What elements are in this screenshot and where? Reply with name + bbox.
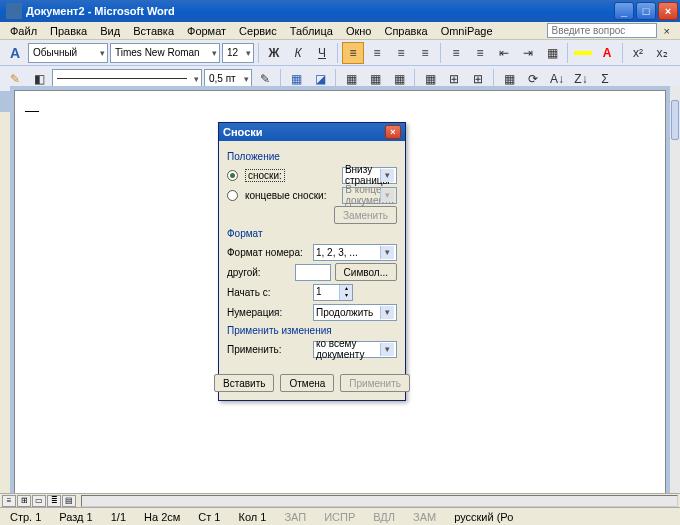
view-outline-icon[interactable]: ≣	[47, 495, 61, 507]
menu-file[interactable]: Файл	[4, 24, 43, 38]
word-icon	[6, 3, 22, 19]
close-button[interactable]: ×	[658, 2, 678, 20]
status-ovr: ЗАМ	[409, 511, 440, 523]
menu-help[interactable]: Справка	[378, 24, 433, 38]
label-numformat: Формат номера:	[227, 247, 309, 258]
statusbar: Стр. 1 Разд 1 1/1 На 2см Ст 1 Кол 1 ЗАП …	[0, 507, 680, 525]
align-left-button[interactable]: ≡	[342, 42, 364, 64]
label-numbering: Нумерация:	[227, 307, 309, 318]
footnote-location-select[interactable]: Внизу страницы	[342, 167, 397, 184]
radio-footnote[interactable]	[227, 170, 238, 181]
styles-pane-icon[interactable]: A	[4, 42, 26, 64]
bold-button[interactable]: Ж	[263, 42, 285, 64]
dialog-title: Сноски	[223, 126, 263, 138]
view-icons-row: ≡ ⊞ ▭ ≣ ▤	[0, 493, 680, 507]
horizontal-scrollbar[interactable]	[81, 495, 678, 507]
symbol-button[interactable]: Символ...	[335, 263, 397, 281]
decrease-indent-button[interactable]: ⇤	[493, 42, 515, 64]
status-rec: ЗАП	[280, 511, 310, 523]
doc-close-button[interactable]: ×	[658, 24, 676, 38]
status-at: На 2см	[140, 511, 184, 523]
footnotes-dialog: Сноски × Положение сноски: Внизу страниц…	[218, 122, 406, 401]
vertical-scrollbar[interactable]	[670, 86, 680, 493]
endnote-location-select: В конце документа	[342, 187, 397, 204]
insert-button[interactable]: Вставить	[214, 374, 274, 392]
section-apply: Применить изменения	[227, 325, 397, 336]
apply-to-select[interactable]: ко всему документу	[313, 341, 397, 358]
align-right-button[interactable]: ≡	[390, 42, 412, 64]
status-pages: 1/1	[107, 511, 130, 523]
menu-edit[interactable]: Правка	[44, 24, 93, 38]
superscript-button[interactable]: x²	[627, 42, 649, 64]
menubar: Файл Правка Вид Вставка Формат Сервис Та…	[0, 22, 680, 40]
view-web-icon[interactable]: ⊞	[17, 495, 31, 507]
radio-footnote-label[interactable]: сноски:	[245, 169, 285, 182]
font-combo[interactable]: Times New Roman	[110, 43, 220, 63]
number-format-select[interactable]: 1, 2, 3, ...	[313, 244, 397, 261]
label-applyto: Применить:	[227, 344, 309, 355]
view-normal-icon[interactable]: ≡	[2, 495, 16, 507]
align-center-button[interactable]: ≡	[366, 42, 388, 64]
view-print-icon[interactable]: ▭	[32, 495, 46, 507]
start-at-spinner[interactable]: 1	[313, 284, 353, 301]
label-startat: Начать с:	[227, 287, 309, 298]
radio-endnote[interactable]	[227, 190, 238, 201]
status-lang: русский (Ро	[450, 511, 517, 523]
window-title: Документ2 - Microsoft Word	[26, 5, 175, 17]
label-other: другой:	[227, 267, 291, 278]
help-question-box[interactable]	[547, 23, 657, 38]
menu-table[interactable]: Таблица	[284, 24, 339, 38]
status-section: Разд 1	[55, 511, 96, 523]
menu-tools[interactable]: Сервис	[233, 24, 283, 38]
minimize-button[interactable]: _	[614, 2, 634, 20]
radio-endnote-label[interactable]: концевые сноски:	[245, 190, 326, 201]
status-line: Ст 1	[194, 511, 224, 523]
cancel-button[interactable]: Отмена	[280, 374, 334, 392]
menu-view[interactable]: Вид	[94, 24, 126, 38]
convert-button: Заменить	[334, 206, 397, 224]
maximize-button[interactable]: □	[636, 2, 656, 20]
increase-indent-button[interactable]: ⇥	[517, 42, 539, 64]
status-page: Стр. 1	[6, 511, 45, 523]
formatting-toolbar: A Обычный Times New Roman 12 Ж К Ч ≡ ≡ ≡…	[0, 40, 680, 66]
status-col: Кол 1	[234, 511, 270, 523]
font-color-button[interactable]: A	[596, 42, 618, 64]
section-position: Положение	[227, 151, 397, 162]
dialog-titlebar[interactable]: Сноски ×	[219, 123, 405, 141]
numbered-list-button[interactable]: ≡	[445, 42, 467, 64]
underline-button[interactable]: Ч	[311, 42, 333, 64]
custom-mark-input[interactable]	[295, 264, 331, 281]
menu-window[interactable]: Окно	[340, 24, 378, 38]
fontsize-combo[interactable]: 12	[222, 43, 254, 63]
section-format: Формат	[227, 228, 397, 239]
text-cursor-line	[25, 111, 39, 112]
numbering-select[interactable]: Продолжить	[313, 304, 397, 321]
apply-button: Применить	[340, 374, 410, 392]
window-titlebar: Документ2 - Microsoft Word _ □ ×	[0, 0, 680, 22]
status-trk: ИСПР	[320, 511, 359, 523]
status-ext: ВДЛ	[369, 511, 399, 523]
highlight-button[interactable]	[572, 42, 594, 64]
menu-insert[interactable]: Вставка	[127, 24, 180, 38]
dialog-close-button[interactable]: ×	[385, 125, 401, 139]
bulleted-list-button[interactable]: ≡	[469, 42, 491, 64]
view-reading-icon[interactable]: ▤	[62, 495, 76, 507]
menu-omnipage[interactable]: OmniPage	[435, 24, 499, 38]
borders-button[interactable]: ▦	[541, 42, 563, 64]
italic-button[interactable]: К	[287, 42, 309, 64]
align-justify-button[interactable]: ≡	[414, 42, 436, 64]
style-combo[interactable]: Обычный	[28, 43, 108, 63]
menu-format[interactable]: Формат	[181, 24, 232, 38]
subscript-button[interactable]: x₂	[651, 42, 673, 64]
